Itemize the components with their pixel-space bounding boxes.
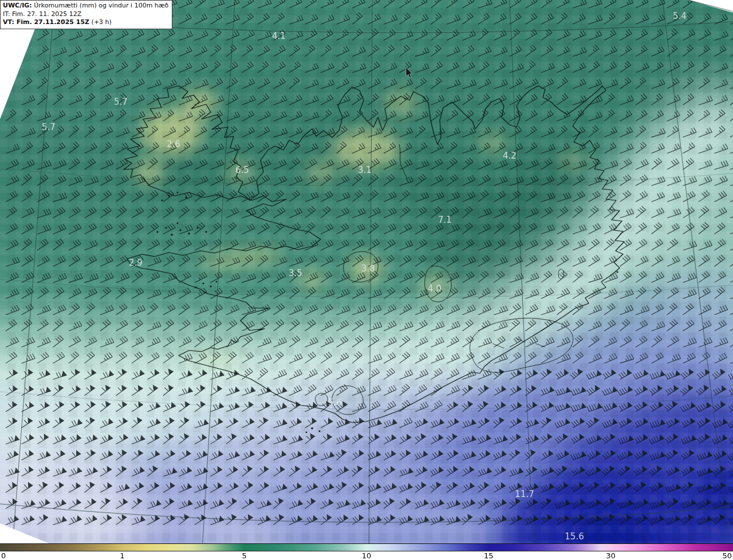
map-value-label: 3.1 <box>358 165 372 175</box>
model-label: UWC/IG: <box>3 2 32 9</box>
precipitation-field <box>0 0 733 560</box>
map-value-label: 4.2 <box>503 151 517 161</box>
colorbar-tick-label: 30 <box>606 551 616 560</box>
title-box: UWC/IG: Úrkomumætti (mm) og vindur i 100… <box>0 0 172 29</box>
init-time: IT: Fim. 27. 11. 2025 12Z <box>3 10 168 19</box>
map-value-label: 3.5 <box>289 268 302 278</box>
map-value-label: 2.9 <box>129 258 143 268</box>
weather-map-viewer[interactable]: 5.44.15.75.72.66.53.14.27.12.93.53.84.05… <box>0 0 733 560</box>
colorbar-tick-label: 15 <box>484 551 494 560</box>
valid-time: VT: Fim. 27.11.2025 15Z <box>3 18 89 26</box>
product-title: Úrkomumætti (mm) og vindur i 100m hæð <box>32 2 169 9</box>
valid-offset: (+3 h) <box>89 18 112 26</box>
colorbar-tick-label: 1 <box>120 551 124 560</box>
map-value-label: 4.0 <box>428 283 442 294</box>
map-value-label: 5.7 <box>114 97 128 107</box>
valid-time-line: VT: Fim. 27.11.2025 15Z (+3 h) <box>3 18 168 27</box>
product-title-line: UWC/IG: Úrkomumætti (mm) og vindur i 100… <box>3 2 168 10</box>
map-value-label: 6.5 <box>235 165 249 175</box>
colorbar-ticks: 01510153050 <box>0 551 733 560</box>
map-value-label: 5.7 <box>42 122 56 132</box>
map-value-label: 11.7 <box>515 489 534 499</box>
map-value-label: 4.1 <box>272 31 286 41</box>
colorbar-gradient <box>0 543 733 551</box>
map-value-label: 5.6 <box>328 397 342 408</box>
map-value-label: 15.6 <box>565 531 584 542</box>
map-value-label: 3.8 <box>361 263 375 274</box>
colorbar-tick-label: 50 <box>722 551 732 560</box>
colorbar-tick-label: 10 <box>362 551 372 560</box>
map-value-label: 2.6 <box>167 139 180 149</box>
colorbar: 01510153050 <box>0 543 733 560</box>
map-value-label: 5.4 <box>673 11 687 21</box>
map-value-label: 7.1 <box>438 215 452 225</box>
weather-map-canvas[interactable]: 5.44.15.75.72.66.53.14.27.12.93.53.84.05… <box>0 0 733 560</box>
colorbar-tick-label: 0 <box>1 551 6 560</box>
colorbar-tick-label: 5 <box>242 551 246 560</box>
